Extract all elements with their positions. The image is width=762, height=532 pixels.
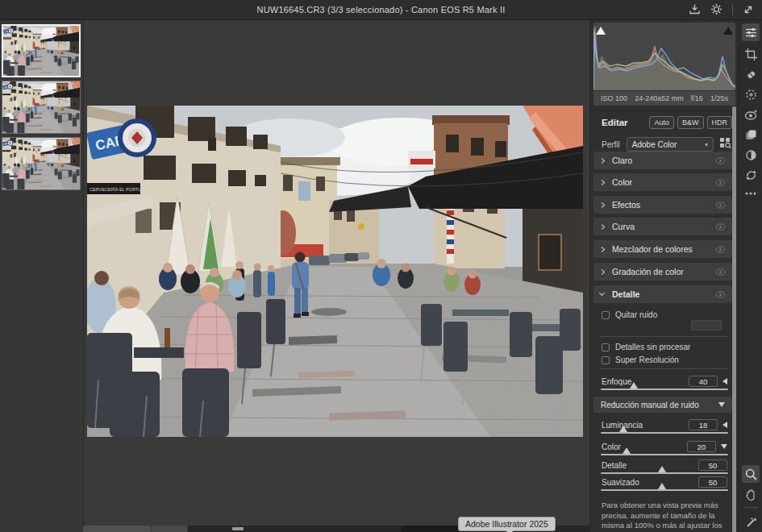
section-label: Gradación de color [612,267,684,276]
hdr-button[interactable]: HDR [707,116,733,129]
detail-nr-slider[interactable] [601,472,728,474]
hand-tool-icon[interactable] [742,486,760,504]
exif-shutter: 1/25s [710,94,728,102]
eye-icon[interactable] [715,242,726,256]
slider-thumb[interactable] [658,483,666,489]
tool-rail [738,20,762,532]
bw-button[interactable]: B&W [677,116,704,129]
fullscreen-icon[interactable] [743,4,754,15]
collapse-left-icon[interactable] [722,378,727,384]
collapse-down-icon[interactable] [721,444,727,449]
chevron-right-icon [599,202,605,207]
crop-tool-icon[interactable] [742,45,760,63]
eye-icon[interactable] [715,219,726,234]
chevron-right-icon [599,246,605,251]
more-tools-icon[interactable] [742,185,760,202]
manual-nr-label: Reducción manual de ruido [601,401,718,409]
raw-details-checkbox[interactable] [602,343,610,351]
presets-tool-icon[interactable] [742,126,760,143]
dock-item[interactable] [152,526,187,532]
sharpen-row: Enfoque 40 [602,376,727,387]
profile-browser-icon[interactable] [719,137,732,152]
section-color[interactable]: Color [593,173,732,191]
histogram[interactable] [593,23,735,90]
chevron-right-icon [599,157,605,163]
eye-icon[interactable] [715,264,726,279]
section-curva[interactable]: Curva [593,218,732,235]
export-icon[interactable] [689,3,701,15]
settings-gear-icon[interactable] [710,3,722,15]
luminance-slider[interactable] [601,432,728,434]
profile-value: Adobe Color [632,140,677,149]
dock-tooltip: Adobe Illustrator 2025 [458,517,556,531]
section-label: Efectos [612,200,640,210]
denoise-checkbox[interactable] [602,311,610,319]
filmstrip-thumbnail-3[interactable] [2,137,81,190]
highlight-clipping-icon[interactable] [722,24,734,34]
shadow-clipping-icon[interactable] [595,24,606,34]
healing-tool-icon[interactable] [742,65,760,83]
chevron-down-icon: ▾ [705,141,708,148]
versions-tool-icon[interactable] [742,146,760,164]
red-eye-tool-icon[interactable] [742,106,760,123]
exif-aperture: f/16 [691,94,703,102]
raw-details-label: Detalles sin procesar [615,343,690,351]
chevron-right-icon [599,223,605,229]
edit-panel: ISO 100 24-240a52 mm f/16 1/25s Editar A… [589,20,738,532]
exif-lens: 24-240a52 mm [635,94,684,102]
eye-icon[interactable] [715,175,726,189]
section-mezclador[interactable]: Mezclador de colores [593,240,732,258]
edit-title: Editar [602,118,646,127]
panel-scrollbar[interactable] [732,106,736,532]
luminance-value[interactable]: 18 [689,419,718,430]
section-label: Claro [612,156,632,165]
color-nr-value[interactable]: 20 [687,441,716,452]
auto-button[interactable]: Auto [649,116,674,129]
chevron-down-icon [599,290,605,296]
smoothness-value[interactable]: 50 [698,476,727,488]
photo-preview[interactable] [87,106,583,437]
exif-iso: ISO 100 [601,94,627,102]
eye-icon[interactable] [715,287,726,301]
rail-divider [743,507,758,508]
smoothness-slider[interactable] [601,489,728,491]
slider-thumb[interactable] [658,466,666,472]
sharpen-value[interactable]: 40 [689,376,718,387]
detail-nr-value[interactable]: 50 [698,459,727,471]
slider-thumb[interactable] [623,447,631,454]
section-claro[interactable]: Claro [593,152,732,169]
divider [600,368,727,369]
section-gradacion[interactable]: Gradación de color [593,263,732,281]
dock-item[interactable] [83,526,151,532]
filmstrip-thumbnail-2[interactable] [2,81,81,134]
eye-icon[interactable] [715,197,726,212]
edit-tool-icon[interactable] [742,23,760,41]
sync-tool-icon[interactable] [742,166,760,184]
super-resolution-label: Super Resolución [615,355,679,364]
preview-note: Para obtener una vista previa más precis… [602,501,731,532]
sharpen-label: Enfoque [602,377,689,386]
masking-tool-icon[interactable] [742,85,760,103]
slider-thumb[interactable] [630,382,638,389]
denoise-label: Quitar ruido [615,310,657,319]
section-efectos[interactable]: Efectos [593,196,732,214]
super-resolution-row: Super Resolución [602,355,679,364]
dock-tooltip-text: Adobe Illustrator 2025 [465,519,548,529]
filmstrip-thumbnail-1[interactable] [2,24,81,77]
manual-nr-header[interactable]: Reducción manual de ruido [593,397,732,413]
sharpen-slider[interactable] [601,389,728,390]
section-detalle[interactable]: Detalle [593,285,732,303]
raw-details-row: Detalles sin procesar [602,343,690,351]
zoom-tool-icon[interactable] [742,465,760,483]
edit-header: Editar Auto B&W HDR [590,110,739,133]
profile-select[interactable]: Adobe Color ▾ [627,137,714,152]
titlebar: NUW16645.CR3 (3/3 seleccionado) - Canon … [0,0,762,20]
color-nr-slider[interactable] [601,454,728,455]
dock-item[interactable] [232,527,244,530]
super-resolution-checkbox[interactable] [602,356,610,364]
denoise-amount-disabled [691,320,722,330]
slider-thumb[interactable] [619,426,627,432]
collapse-left-icon[interactable] [722,422,727,428]
clean-tool-icon[interactable] [742,513,760,531]
eye-icon[interactable] [715,153,726,168]
